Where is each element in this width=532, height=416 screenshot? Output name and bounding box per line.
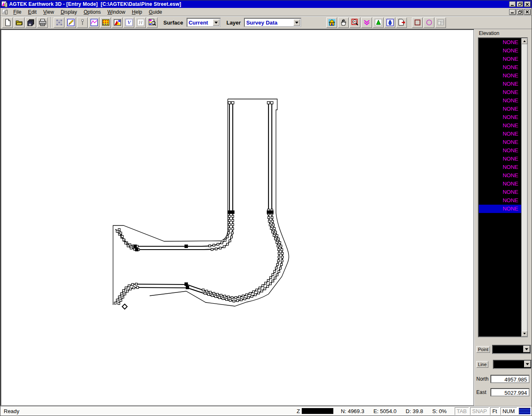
drainage-button[interactable]: [384, 17, 395, 28]
water-drop-icon: [386, 19, 394, 26]
elevation-item[interactable]: NONE: [479, 105, 521, 113]
profile-view-button[interactable]: [89, 17, 99, 28]
elevation-item[interactable]: NONE: [479, 97, 521, 105]
zoom-window-button[interactable]: [350, 17, 360, 28]
chevron-down-icon[interactable]: [524, 361, 531, 367]
minimize-button[interactable]: [509, 1, 516, 7]
chevron-down-icon[interactable]: [293, 19, 300, 26]
green-triangle-icon: [374, 19, 382, 26]
window-layout-button[interactable]: [435, 17, 446, 28]
window-panes-icon: [437, 19, 445, 26]
scroll-down-icon[interactable]: [522, 331, 527, 337]
menu-guide[interactable]: Guide: [145, 8, 165, 16]
status-slope: S: 0%: [432, 408, 447, 414]
elevation-item[interactable]: NONE: [479, 113, 521, 121]
view-3d-button[interactable]: [373, 17, 384, 28]
units-indicator[interactable]: Ft: [490, 407, 499, 415]
chevrons-icon: [363, 19, 371, 26]
num-lock-indicator[interactable]: NUM: [500, 407, 517, 415]
north-input[interactable]: 4957.985: [490, 375, 530, 383]
elevation-item[interactable]: NONE: [479, 121, 521, 130]
point-pin-icon: [79, 19, 86, 26]
chevron-down-icon[interactable]: [523, 346, 530, 352]
elevation-item[interactable]: NONE: [479, 146, 521, 155]
menu-help[interactable]: Help: [128, 8, 145, 16]
edit-mode-button[interactable]: [65, 17, 76, 28]
title-bar[interactable]: AGTEK Earthwork 3D - [Entry Mode] [C:\AG…: [0, 0, 532, 8]
scroll-up-icon[interactable]: [522, 38, 527, 44]
menu-file[interactable]: File: [10, 8, 25, 16]
home-view-button[interactable]: [326, 17, 337, 28]
point-combobox[interactable]: [492, 345, 531, 354]
magnifier-icon: [351, 19, 359, 26]
save-button[interactable]: [25, 17, 36, 28]
menu-options[interactable]: Options: [80, 8, 104, 16]
circle-tool-button[interactable]: [424, 17, 434, 28]
zoom-previous-button[interactable]: [361, 17, 372, 28]
restore-button[interactable]: [517, 1, 523, 7]
model-3d-button[interactable]: [112, 17, 123, 28]
strata-button[interactable]: [100, 17, 111, 28]
menu-view[interactable]: View: [40, 8, 57, 16]
surface-combobox[interactable]: Current: [187, 18, 221, 27]
page-transfer-button[interactable]: [396, 17, 407, 28]
volume-button[interactable]: V: [123, 17, 134, 28]
elevation-item[interactable]: NONE: [479, 180, 521, 188]
hand-icon: [340, 19, 347, 26]
menu-edit[interactable]: Edit: [25, 8, 40, 16]
elevation-item[interactable]: NONE: [479, 130, 521, 138]
elevation-item[interactable]: NONE: [479, 55, 521, 63]
view-colors-icon: [148, 19, 156, 26]
open-file-button[interactable]: [14, 17, 25, 28]
elevation-item[interactable]: NONE: [479, 188, 521, 196]
pencil-icon: [67, 19, 75, 26]
elevation-item[interactable]: NONE: [479, 88, 521, 97]
plan-grid-button[interactable]: [54, 17, 64, 28]
status-bar: Ready Z N: 4969.3 E: 5054.0 D: 39.8 S: 0…: [0, 406, 532, 416]
new-file-icon: [4, 19, 12, 26]
chevron-down-icon[interactable]: [213, 19, 219, 26]
height-button[interactable]: H: [135, 17, 146, 28]
surface-value: Current: [187, 20, 213, 26]
mdi-minimize-button[interactable]: [509, 9, 516, 15]
z-elevation-swatch: [302, 408, 333, 414]
close-button[interactable]: [524, 1, 531, 7]
elevation-item[interactable]: NONE: [479, 63, 521, 72]
rectangle-tool-button[interactable]: [412, 17, 423, 28]
snap-indicator[interactable]: SNAP: [470, 407, 489, 415]
diamond-marker: [122, 304, 127, 309]
tab-indicator[interactable]: TAB: [455, 407, 469, 415]
elevation-item[interactable]: NONE: [479, 205, 521, 213]
print-button[interactable]: [37, 17, 48, 28]
layer-combobox[interactable]: Survey Data: [244, 18, 301, 27]
elevation-item[interactable]: NONE: [479, 155, 521, 163]
elevation-scrollbar[interactable]: [521, 38, 527, 337]
north-label: North: [476, 376, 490, 382]
point-entry-button[interactable]: [77, 17, 88, 28]
elevation-item[interactable]: NONE: [479, 38, 521, 47]
status-distance: D: 39.8: [406, 408, 423, 414]
line-combobox[interactable]: [493, 360, 532, 369]
east-input[interactable]: 5027.994: [490, 388, 530, 396]
view-settings-button[interactable]: [147, 17, 158, 28]
pan-button[interactable]: [338, 17, 349, 28]
app-window: AGTEK Earthwork 3D - [Entry Mode] [C:\AG…: [0, 0, 532, 416]
new-file-button[interactable]: [2, 17, 13, 28]
drawing-canvas[interactable]: [0, 29, 474, 406]
elevation-list[interactable]: NONENONENONENONENONENONENONENONENONENONE…: [479, 38, 521, 337]
elevation-panel: Elevation NONENONENONENONENONENONENONENO…: [474, 29, 532, 406]
elevation-item[interactable]: NONE: [479, 138, 521, 146]
mdi-close-button[interactable]: [524, 9, 531, 15]
menu-window[interactable]: Window: [104, 8, 129, 16]
mdi-restore-button[interactable]: [517, 9, 523, 15]
menu-display[interactable]: Display: [57, 8, 80, 16]
rectangle-icon: [414, 19, 421, 26]
elevation-item[interactable]: NONE: [479, 163, 521, 171]
elevation-item[interactable]: NONE: [479, 196, 521, 205]
elevation-item[interactable]: NONE: [479, 171, 521, 180]
elevation-item[interactable]: NONE: [479, 72, 521, 80]
line-button[interactable]: Line: [476, 361, 488, 368]
point-button[interactable]: Point: [476, 346, 490, 353]
elevation-item[interactable]: NONE: [479, 80, 521, 88]
elevation-item[interactable]: NONE: [479, 47, 521, 55]
